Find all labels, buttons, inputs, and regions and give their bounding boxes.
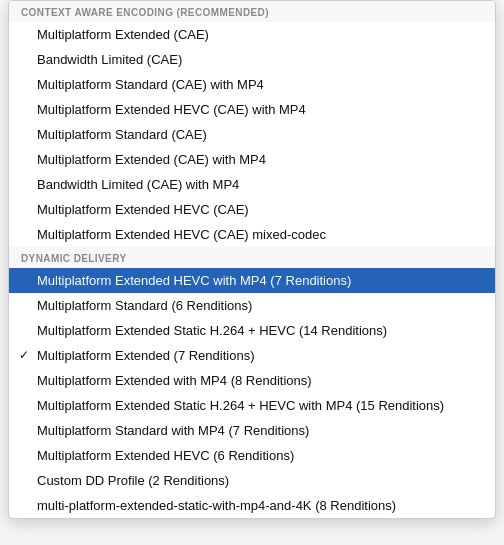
dropdown-item-0-3[interactable]: Multiplatform Extended HEVC (CAE) with M… [9,97,495,122]
section-header-1: DYNAMIC DELIVERY [9,247,495,268]
dropdown-item-0-4[interactable]: Multiplatform Standard (CAE) [9,122,495,147]
dropdown-item-1-3[interactable]: Multiplatform Extended (7 Renditions) [9,343,495,368]
dropdown-item-0-5[interactable]: Multiplatform Extended (CAE) with MP4 [9,147,495,172]
dropdown-item-1-4[interactable]: Multiplatform Extended with MP4 (8 Rendi… [9,368,495,393]
dropdown-item-0-0[interactable]: Multiplatform Extended (CAE) [9,22,495,47]
dropdown-item-1-9[interactable]: multi-platform-extended-static-with-mp4-… [9,493,495,518]
dropdown-item-0-7[interactable]: Multiplatform Extended HEVC (CAE) [9,197,495,222]
dropdown-item-1-2[interactable]: Multiplatform Extended Static H.264 + HE… [9,318,495,343]
dropdown-item-0-1[interactable]: Bandwidth Limited (CAE) [9,47,495,72]
dropdown-item-1-6[interactable]: Multiplatform Standard with MP4 (7 Rendi… [9,418,495,443]
dropdown-item-0-2[interactable]: Multiplatform Standard (CAE) with MP4 [9,72,495,97]
dropdown-item-0-6[interactable]: Bandwidth Limited (CAE) with MP4 [9,172,495,197]
dropdown-item-1-7[interactable]: Multiplatform Extended HEVC (6 Rendition… [9,443,495,468]
dropdown-item-1-5[interactable]: Multiplatform Extended Static H.264 + HE… [9,393,495,418]
dropdown-item-1-8[interactable]: Custom DD Profile (2 Renditions) [9,468,495,493]
dropdown-item-1-1[interactable]: Multiplatform Standard (6 Renditions) [9,293,495,318]
encoding-dropdown: CONTEXT AWARE ENCODING (RECOMMENDED)Mult… [8,0,496,519]
dropdown-item-1-0[interactable]: Multiplatform Extended HEVC with MP4 (7 … [9,268,495,293]
dropdown-item-0-8[interactable]: Multiplatform Extended HEVC (CAE) mixed-… [9,222,495,247]
section-header-0: CONTEXT AWARE ENCODING (RECOMMENDED) [9,1,495,22]
